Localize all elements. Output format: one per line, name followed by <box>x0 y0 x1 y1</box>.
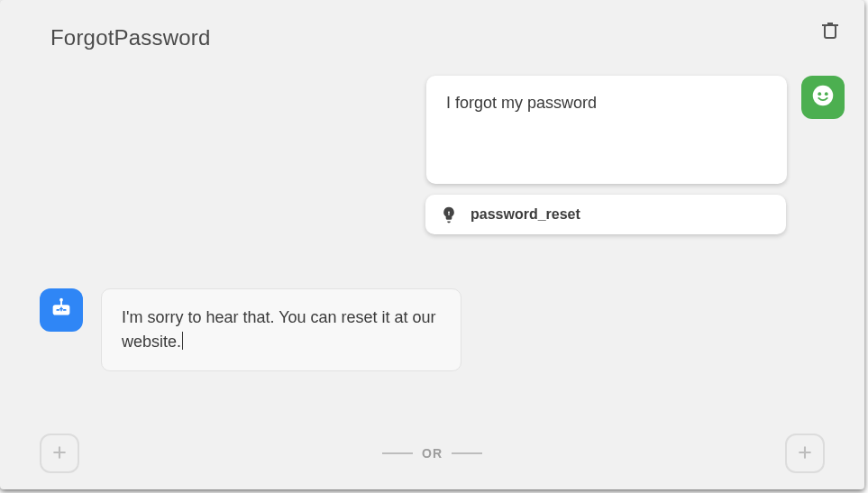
story-title: ForgotPassword <box>50 25 211 50</box>
svg-rect-13 <box>60 307 62 312</box>
add-step-right-button[interactable] <box>785 434 825 473</box>
bottom-bar: OR <box>0 430 864 477</box>
user-message-row: I forgot my password <box>426 76 845 184</box>
user-message-bubble[interactable]: I forgot my password <box>426 76 787 184</box>
text-cursor <box>182 332 183 350</box>
delete-story-button[interactable] <box>819 20 845 45</box>
add-step-left-button[interactable] <box>40 434 79 473</box>
divider-line <box>452 452 482 454</box>
trash-icon <box>819 29 841 44</box>
or-label: OR <box>422 446 443 461</box>
svg-rect-0 <box>825 25 836 38</box>
or-separator: OR <box>382 446 482 461</box>
user-message-text: I forgot my password <box>446 94 597 112</box>
intent-name: password_reset <box>471 206 580 223</box>
bot-message-text: I'm sorry to hear that. You can reset it… <box>122 308 436 351</box>
svg-rect-8 <box>60 301 62 306</box>
plus-icon <box>50 443 69 464</box>
svg-rect-10 <box>63 309 67 311</box>
intent-chip[interactable]: password_reset <box>425 195 786 234</box>
plus-icon <box>796 443 814 464</box>
svg-point-3 <box>825 92 828 96</box>
svg-point-1 <box>813 86 834 106</box>
story-card: ForgotPassword I forgot my password <box>0 0 864 489</box>
divider-line <box>382 452 413 454</box>
bot-message-row: I'm sorry to hear that. You can reset it… <box>40 288 461 371</box>
svg-point-4 <box>448 212 450 214</box>
svg-rect-9 <box>56 309 59 311</box>
user-avatar <box>801 76 845 119</box>
user-face-icon <box>809 82 836 113</box>
bot-avatar <box>40 288 83 332</box>
svg-point-2 <box>818 92 821 96</box>
robot-icon <box>48 295 75 325</box>
svg-rect-5 <box>448 213 449 215</box>
lightbulb-icon <box>440 205 458 224</box>
bot-message-bubble[interactable]: I'm sorry to hear that. You can reset it… <box>101 288 461 371</box>
